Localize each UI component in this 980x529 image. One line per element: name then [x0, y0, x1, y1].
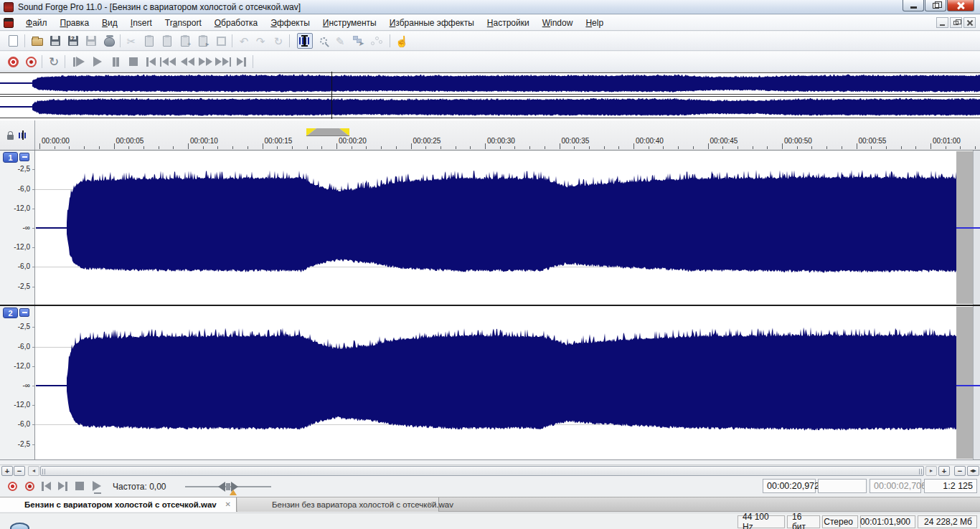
tab-close-icon[interactable]: ✕ — [428, 500, 433, 508]
envelope-tool-button[interactable] — [369, 33, 385, 49]
secondary-time-field[interactable] — [818, 479, 867, 493]
event-tool-button[interactable]: ➤ — [351, 33, 367, 49]
channel-1-badge[interactable]: 1 — [3, 152, 18, 163]
waveform-editor[interactable]: 1-2,5-6,0-12,0-∞-12,0-6,0-2,52-2,5-6,0-1… — [0, 151, 980, 460]
mdi-restore-button[interactable] — [950, 17, 962, 28]
paste-to-new-button[interactable]: ▸ — [195, 33, 211, 49]
menu-help[interactable]: Help — [579, 16, 610, 30]
forward-icon — [199, 57, 212, 66]
play-button[interactable] — [89, 53, 106, 70]
overview-channel-2[interactable] — [0, 96, 980, 118]
lock-icon[interactable] — [7, 135, 14, 140]
new-file-button[interactable] — [5, 33, 21, 49]
save-as-button[interactable]: ? — [65, 33, 81, 49]
channel-2-badge[interactable]: 2 — [3, 308, 18, 318]
overview-bar[interactable] — [0, 72, 980, 120]
playbar-go-end-button[interactable] — [55, 478, 70, 494]
playbar-record-button[interactable] — [4, 478, 20, 494]
paste-special-button[interactable]: + — [177, 33, 193, 49]
channel-2-vertical-scrollbar[interactable] — [973, 306, 980, 459]
menu-tools[interactable]: Инструменты — [316, 16, 383, 30]
tab-benzin-s-variatorom[interactable]: Бензин с вариатором холостой с отсечкой.… — [0, 497, 237, 512]
zoom-in-button[interactable]: + — [938, 466, 950, 476]
scroll-right-button[interactable]: ▸ — [925, 466, 937, 476]
playbar-stop-button[interactable] — [72, 478, 88, 494]
tab-benzin-bez-variatora[interactable]: Бензин без вариатора холостой с отсечкой… — [237, 497, 439, 512]
redo-button[interactable]: ↷ — [253, 33, 268, 49]
ruler-tick — [514, 146, 515, 149]
save-all-button[interactable] — [83, 33, 99, 49]
magnify-tool-button[interactable] — [316, 33, 331, 49]
record-special-button[interactable] — [22, 53, 39, 70]
overview-cursor[interactable] — [331, 72, 332, 119]
minimize-button[interactable] — [903, 0, 924, 11]
menu-view[interactable]: Вид — [95, 16, 124, 30]
tab-close-icon[interactable]: ✕ — [225, 500, 231, 508]
pause-button[interactable] — [107, 53, 124, 70]
playbar-play-button[interactable] — [89, 478, 105, 494]
menu-effects[interactable]: Эффекты — [264, 16, 316, 30]
menu-transport[interactable]: Transport — [159, 16, 208, 30]
pencil-tool-button[interactable]: ✎ — [332, 33, 348, 49]
cursor-position-field[interactable]: 00:00:20,972 — [763, 479, 816, 493]
stop-button[interactable] — [125, 53, 142, 70]
edit-tool-button[interactable] — [297, 33, 313, 49]
playbar-go-start-button[interactable] — [38, 478, 54, 494]
render-as-button[interactable] — [101, 33, 117, 49]
forward-button[interactable] — [197, 53, 214, 70]
save-button[interactable] — [47, 33, 63, 49]
channel-2-minimize-button[interactable] — [19, 308, 29, 317]
menu-favorite-effects[interactable]: Избранные эффекты — [383, 16, 481, 30]
edit-tool-mini-icon[interactable] — [19, 130, 27, 140]
zoom-out-left-button[interactable]: − — [14, 466, 25, 476]
menu-options[interactable]: Настройки — [481, 16, 536, 30]
redo-icon: ↷ — [256, 36, 265, 47]
menu-insert[interactable]: Insert — [124, 16, 159, 30]
selection-length-field[interactable]: 00:00:02,706 — [870, 479, 921, 493]
menu-edit[interactable]: Правка — [54, 16, 96, 30]
zoom-fit-button[interactable]: ◂▸ — [967, 466, 979, 476]
channel-divider[interactable] — [0, 305, 980, 306]
open-button[interactable] — [29, 33, 45, 49]
mdi-close-button[interactable] — [963, 17, 976, 28]
go-to-end-button[interactable] — [232, 53, 250, 70]
rewind-button[interactable] — [179, 53, 196, 70]
menu-process[interactable]: Обработка — [208, 16, 265, 30]
playbar-record-special-button[interactable] — [22, 478, 37, 494]
ruler-time-label: 00:00:10 — [190, 137, 218, 145]
zoom-in-left-button[interactable]: + — [1, 466, 13, 476]
ruler-tick — [678, 146, 679, 149]
zoom-ratio-field[interactable]: 1:2 125 — [924, 479, 977, 493]
zoom-out-button[interactable]: − — [954, 466, 966, 476]
overview-channel-1[interactable] — [0, 72, 980, 95]
restore-button[interactable] — [925, 0, 946, 11]
trim-crop-button[interactable] — [213, 33, 229, 49]
record-button[interactable] — [4, 53, 22, 70]
channel-1-minimize-button[interactable] — [19, 153, 29, 161]
close-button[interactable] — [947, 0, 974, 11]
db-tick — [32, 386, 35, 386]
go-to-start-button[interactable] — [142, 53, 159, 70]
rewind-all-button[interactable] — [159, 53, 176, 70]
playback-rate-slider[interactable] — [185, 486, 271, 487]
channel-1-waveform[interactable] — [35, 151, 980, 305]
menu-window[interactable]: Window — [536, 16, 580, 30]
stop-icon — [129, 57, 138, 66]
cut-button[interactable]: ✂ — [123, 33, 139, 49]
channel-2-waveform[interactable] — [35, 306, 980, 459]
scrollbar-thumb[interactable] — [40, 466, 924, 476]
forward-all-button[interactable] — [215, 53, 232, 70]
copy-button[interactable] — [141, 33, 157, 49]
undo-button[interactable]: ↶ — [236, 33, 252, 49]
minimize-icon — [910, 6, 917, 9]
menu-file[interactable]: Файл — [19, 16, 54, 30]
scroll-left-button[interactable]: ◂ — [28, 466, 39, 476]
play-all-button[interactable] — [70, 53, 88, 70]
position-drag-handle[interactable] — [306, 128, 349, 136]
repeat-button[interactable]: ↻ — [270, 33, 286, 49]
mdi-minimize-button[interactable] — [936, 17, 948, 28]
whats-this-help-button[interactable]: ☝ — [394, 33, 410, 49]
paste-button[interactable] — [159, 33, 175, 49]
loop-playback-button[interactable]: ↻ — [45, 53, 62, 70]
time-ruler[interactable]: 00:00:0000:00:0500:00:1000:00:1500:00:20… — [0, 120, 980, 151]
